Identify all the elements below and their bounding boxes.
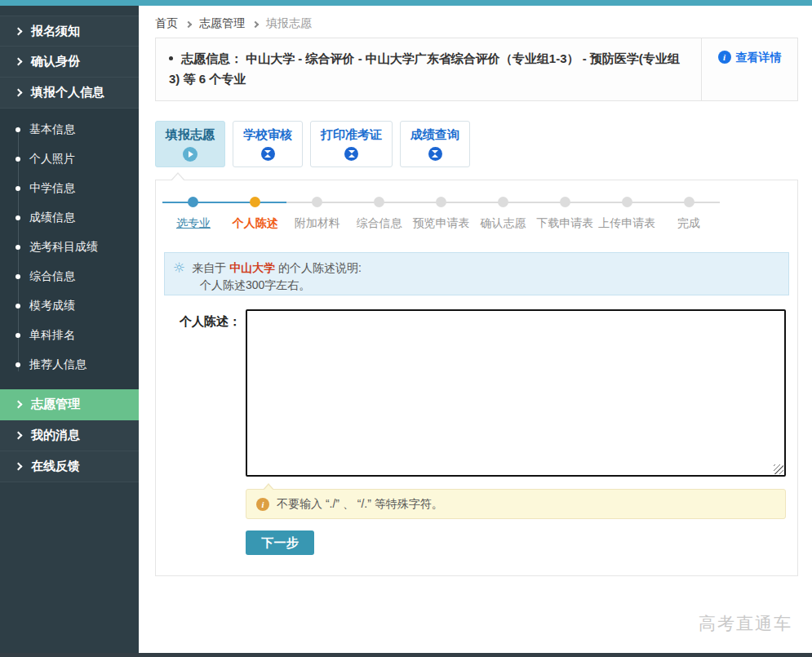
step-preview-application: 预览申请表: [410, 197, 473, 231]
sidebar-item-label: 填报个人信息: [31, 85, 104, 100]
tip-lightbulb-icon: ☼: [173, 261, 185, 275]
tab-label: 成绩查询: [410, 127, 459, 143]
hourglass-icon: [261, 147, 275, 161]
step-comprehensive-info: 综合信息: [348, 197, 410, 231]
sidebar-item-label: 在线反馈: [31, 459, 80, 474]
tab-score-inquiry[interactable]: 成绩查询: [400, 121, 470, 167]
step-dot: [312, 197, 322, 207]
chevron-right-icon: [15, 89, 23, 97]
info-icon: i: [718, 51, 731, 64]
step-dot: [684, 197, 694, 207]
step-label: 预览申请表: [410, 216, 473, 231]
tab-fill-application[interactable]: 填报志愿: [155, 121, 225, 167]
top-accent-bar: [0, 0, 812, 6]
step-dot: [374, 197, 384, 207]
breadcrumb: 首页 志愿管理 填报志愿: [155, 16, 312, 31]
sidebar-subitem-subject-ranking[interactable]: 单科排名: [0, 321, 139, 350]
step-dot: [560, 197, 570, 207]
tab-school-review[interactable]: 学校审核: [233, 121, 303, 167]
sidebar: 报名须知 确认身份 填报个人信息 基本信息 个人照片 中学信息 成绩信息 选考科…: [0, 6, 139, 657]
step-progress: 选专业 个人陈述 附加材料 综合信息 预览申请表 确认志愿 下载申请表 上传申: [156, 180, 797, 231]
step-label: 下载申请表: [534, 216, 596, 231]
step-label: 综合信息: [348, 216, 410, 231]
next-step-button[interactable]: 下一步: [246, 530, 314, 555]
notice-school-name: 中山大学: [229, 261, 275, 274]
sidebar-subitem-photo[interactable]: 个人照片: [0, 144, 139, 174]
sidebar-item-label: 志愿管理: [31, 397, 80, 412]
chevron-right-icon: [252, 20, 259, 27]
personal-statement-label: 个人陈述：: [166, 314, 241, 330]
sidebar-item-label: 报名须知: [31, 24, 80, 39]
input-warning: i 不要输入 “./” 、 “/.” 等特殊字符。: [246, 489, 786, 519]
step-label[interactable]: 选专业: [162, 216, 224, 231]
tab-label: 打印准考证: [321, 127, 382, 143]
breadcrumb-home[interactable]: 首页: [155, 16, 178, 31]
tab-label: 填报志愿: [166, 127, 215, 143]
chevron-right-icon: [15, 401, 23, 409]
tab-print-admission-ticket[interactable]: 打印准考证: [310, 121, 393, 167]
sidebar-item-label: 确认身份: [31, 54, 80, 69]
chevron-right-icon: [15, 432, 23, 440]
tab-label: 学校审核: [243, 127, 292, 143]
notice-text: 来自于 中山大学 的个人陈述说明:: [192, 260, 362, 277]
bottom-bar: [0, 653, 812, 657]
application-info-bar: 志愿信息： 中山大学 - 综合评价 - 中山大学广东省综合评价（专业组1-3） …: [155, 38, 798, 101]
chevron-right-icon: [185, 20, 192, 27]
step-personal-statement: 个人陈述: [224, 197, 286, 231]
view-details-link[interactable]: i 查看详情: [701, 38, 797, 100]
bullet-icon: [169, 56, 173, 60]
sidebar-subitem-school-info[interactable]: 中学信息: [0, 174, 139, 203]
chevron-right-icon: [15, 27, 23, 35]
sidebar-item-my-messages[interactable]: 我的消息: [0, 420, 139, 451]
step-label: 附加材料: [286, 216, 348, 231]
warning-text: 不要输入 “./” 、 “/.” 等特殊字符。: [277, 497, 443, 512]
sidebar-item-application-management[interactable]: 志愿管理: [0, 389, 139, 420]
hourglass-icon: [428, 147, 442, 161]
step-dot: [498, 197, 508, 207]
play-icon: [183, 147, 197, 162]
step-download-form: 下载申请表: [534, 197, 596, 231]
breadcrumb-section[interactable]: 志愿管理: [199, 16, 245, 31]
application-info-text: 志愿信息： 中山大学 - 综合评价 - 中山大学广东省综合评价（专业组1-3） …: [156, 38, 701, 100]
step-upload-form: 上传申请表: [596, 197, 658, 231]
sidebar-subitem-mock-scores[interactable]: 模考成绩: [0, 291, 139, 321]
step-choose-major: 选专业: [162, 197, 224, 231]
sidebar-subitem-recommender-info[interactable]: 推荐人信息: [0, 350, 139, 380]
chevron-right-icon: [15, 463, 23, 471]
hourglass-icon: [344, 147, 358, 161]
resize-grip-icon[interactable]: [774, 464, 783, 474]
main-panel: 选专业 个人陈述 附加材料 综合信息 预览申请表 确认志愿 下载申请表 上传申: [155, 180, 798, 576]
step-dot: [622, 197, 632, 207]
sidebar-subitem-elective-scores[interactable]: 选考科目成绩: [0, 233, 139, 262]
sidebar-subitem-score-info[interactable]: 成绩信息: [0, 203, 139, 233]
step-label: 上传申请表: [596, 216, 658, 231]
watermark-text: 高考直通车: [699, 612, 792, 635]
chevron-right-icon: [15, 58, 23, 66]
sidebar-item-online-feedback[interactable]: 在线反馈: [0, 451, 139, 482]
sidebar-item-label: 我的消息: [31, 428, 80, 443]
personal-statement-textarea[interactable]: [246, 309, 786, 477]
statement-notice: ☼ 来自于 中山大学 的个人陈述说明: 个人陈述300字左右。: [164, 252, 789, 295]
step-additional-materials: 附加材料: [286, 197, 348, 231]
step-label: 确认志愿: [472, 216, 534, 231]
view-details-label: 查看详情: [736, 51, 782, 65]
breadcrumb-current: 填报志愿: [266, 16, 312, 31]
application-info-label: 志愿信息：: [181, 51, 242, 65]
step-dot: [188, 197, 198, 207]
step-confirm-application: 确认志愿: [472, 197, 534, 231]
application-info-value: 中山大学 - 综合评价 - 中山大学广东省综合评价（专业组1-3） - 预防医学…: [169, 51, 680, 86]
info-icon: i: [256, 498, 269, 511]
sidebar-item-enrollment-notice[interactable]: 报名须知: [0, 16, 139, 47]
sidebar-item-confirm-identity[interactable]: 确认身份: [0, 47, 139, 78]
step-label: 完成: [658, 216, 720, 231]
step-complete: 完成: [658, 197, 720, 231]
sidebar-item-personal-info[interactable]: 填报个人信息: [0, 78, 139, 109]
step-dot: [436, 197, 446, 207]
step-dot: [250, 197, 260, 207]
stage-tabs: 填报志愿 学校审核 打印准考证 成绩查询: [155, 121, 470, 167]
step-label: 个人陈述: [224, 216, 286, 231]
sidebar-subitem-basic-info[interactable]: 基本信息: [0, 115, 139, 144]
sidebar-subitem-comprehensive-info[interactable]: 综合信息: [0, 262, 139, 291]
sidebar-submenu: 基本信息 个人照片 中学信息 成绩信息 选考科目成绩 综合信息 模考成绩 单科排…: [0, 109, 139, 389]
notice-body: 个人陈述300字左右。: [173, 277, 780, 294]
